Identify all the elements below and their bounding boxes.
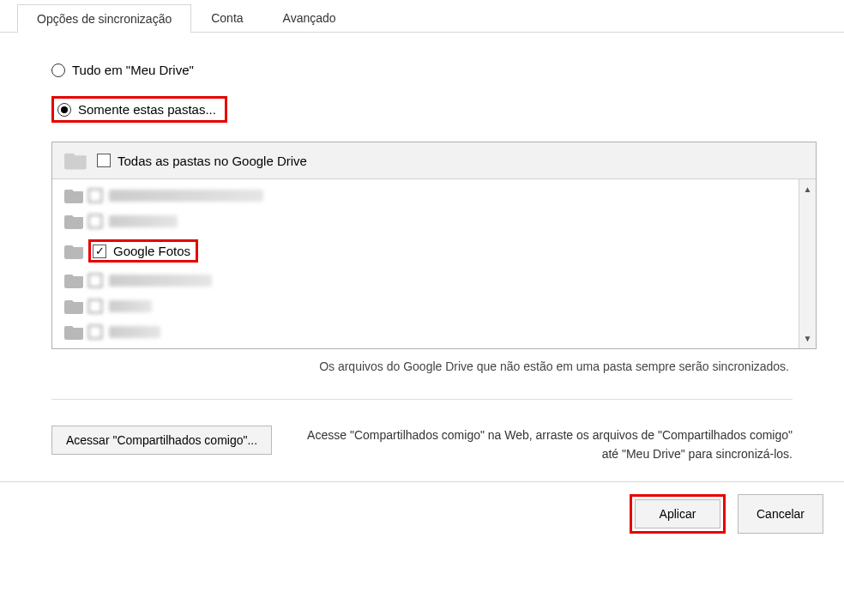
footer-buttons: Aplicar Cancelar [0,481,844,546]
tabs-bar: Opções de sincronização Conta Avançado [0,0,844,33]
folder-icon [64,244,85,259]
folder-icon [64,299,85,314]
folder-label-blurred [109,190,263,202]
shared-row: Acessar "Compartilhados comigo"... Acess… [51,426,793,464]
folder-item-blurred-4[interactable] [52,293,799,319]
scroll-up-icon[interactable]: ▲ [804,184,812,194]
checkbox-google-fotos[interactable] [93,245,106,258]
folder-item-blurred-5[interactable] [52,319,799,345]
radio-all[interactable] [51,63,65,77]
tab-sync-options[interactable]: Opções de sincronização [17,4,191,33]
radio-only[interactable] [57,103,71,117]
folder-icon [64,214,85,229]
checkbox-folder[interactable] [88,214,102,228]
folder-item-blurred-2[interactable] [52,208,799,234]
highlight-only-folders: Somente estas pastas... [51,96,227,123]
cancel-button[interactable]: Cancelar [738,494,823,534]
highlight-google-fotos: Google Fotos [88,239,198,263]
folder-label-google-fotos: Google Fotos [113,244,190,258]
tab-content: Tudo em "Meu Drive" Somente estas pastas… [0,33,844,426]
access-shared-button[interactable]: Acessar "Compartilhados comigo"... [51,426,272,455]
apply-button[interactable]: Aplicar [635,499,720,528]
folder-header-label: Todas as pastas no Google Drive [118,154,307,168]
folder-icon [64,273,85,288]
folder-item-blurred-1[interactable] [52,183,799,208]
checkbox-folder[interactable] [88,299,102,313]
radio-only-label: Somente estas pastas... [78,102,216,117]
tab-advanced[interactable]: Avançado [263,3,356,32]
tab-account[interactable]: Conta [191,3,262,32]
folder-label-blurred [109,215,178,227]
folder-header[interactable]: Todas as pastas no Google Drive [52,142,816,179]
folder-label-blurred [109,300,152,312]
radio-all-label: Tudo em "Meu Drive" [72,63,194,77]
folder-item-blurred-3[interactable] [52,268,799,293]
checkbox-folder[interactable] [88,189,102,202]
checkbox-folder[interactable] [88,274,102,287]
folder-list-wrap: Google Fotos [52,179,816,348]
folder-icon [64,151,88,170]
folder-list: Google Fotos [52,179,799,348]
checkbox-all-folders[interactable] [97,154,111,167]
checkbox-folder[interactable] [88,325,102,339]
folder-label-blurred [109,275,212,287]
folder-label-blurred [109,326,160,338]
folder-icon [64,324,85,340]
folder-icon [64,188,85,203]
shared-description: Acesse "Compartilhados comigo" na Web, a… [292,426,793,464]
folder-panel: Todas as pastas no Google Drive [51,142,817,349]
radio-all-row[interactable]: Tudo em "Meu Drive" [51,63,793,77]
scrollbar[interactable]: ▲ ▼ [799,179,816,348]
scroll-down-icon[interactable]: ▼ [804,334,812,343]
sync-note: Os arquivos do Google Drive que não estã… [51,359,793,373]
highlight-apply: Aplicar [630,494,726,534]
radio-only-row[interactable]: Somente estas pastas... [51,96,793,123]
folder-item-google-fotos[interactable]: Google Fotos [52,234,799,268]
separator [51,399,793,400]
